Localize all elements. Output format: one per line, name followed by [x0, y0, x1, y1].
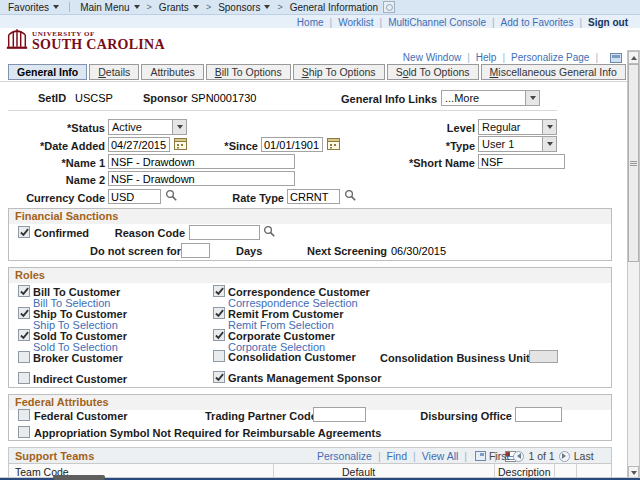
dropdown-arrow-icon: [542, 120, 556, 134]
previous-page-button[interactable]: [513, 451, 524, 462]
rate-type-input[interactable]: [287, 189, 340, 204]
zoom-grid-icon[interactable]: [475, 451, 486, 461]
link-separator: [324, 17, 339, 28]
add-to-favorites-link[interactable]: Add to Favorites: [501, 17, 574, 28]
currency-code-label: Currency Code: [20, 192, 105, 204]
reason-code-label: Reason Code: [110, 227, 185, 239]
breadcrumb-separator: [147, 2, 152, 12]
name1-input[interactable]: [108, 154, 295, 169]
level-label: Level: [410, 122, 475, 134]
tab-sold-to-options[interactable]: Sold To Options: [387, 64, 479, 80]
breadcrumb-current-page: General Information: [290, 2, 378, 13]
chevron-down-icon: [134, 5, 140, 9]
date-added-input[interactable]: [108, 137, 170, 152]
scroll-up-button[interactable]: [628, 51, 639, 64]
date-added-label: *Date Added: [28, 140, 105, 152]
since-calendar-icon[interactable]: [327, 137, 340, 150]
home-link[interactable]: Home: [297, 17, 324, 28]
tab-general-info[interactable]: General Info: [8, 64, 87, 80]
tab-miscellaneous-general-info[interactable]: Miscellaneous General Info: [481, 64, 626, 80]
breadcrumb-main-menu[interactable]: Main Menu: [80, 2, 139, 13]
page-layout-icon[interactable]: [610, 53, 622, 63]
next-screening-label: Next Screening: [307, 245, 387, 257]
header-links: Home Worklist MultiChannel Console Add t…: [297, 17, 628, 28]
broker-customer-checkbox[interactable]: [18, 351, 30, 363]
indirect-customer-checkbox[interactable]: [18, 372, 30, 384]
new-window-link[interactable]: New Window: [403, 52, 461, 63]
federal-customer-checkbox[interactable]: [18, 409, 30, 421]
view-all-link[interactable]: View All: [422, 450, 459, 462]
tab-ship-to-options[interactable]: Ship To Options: [293, 64, 385, 80]
ship-to-customer-checkbox[interactable]: [18, 307, 30, 319]
consolidation-business-unit-input: [529, 350, 558, 363]
consolidation-customer-label: Consolidation Customer: [228, 351, 356, 363]
level-select[interactable]: Regular: [478, 119, 557, 135]
date-added-calendar-icon[interactable]: [174, 137, 187, 150]
horizontal-scrollbar-thumb[interactable]: [53, 475, 105, 480]
short-name-input[interactable]: [478, 154, 565, 169]
next-screening-value: 06/30/2015: [391, 245, 446, 257]
usc-logo: UNIVERSITY OF SOUTH CAROLINA: [5, 26, 165, 51]
multichannel-console-link[interactable]: MultiChannel Console: [388, 17, 486, 28]
sold-to-customer-checkbox[interactable]: [18, 329, 30, 341]
reason-code-lookup-icon[interactable]: [263, 225, 276, 238]
vertical-scrollbar[interactable]: [627, 50, 640, 480]
name1-label: *Name 1: [40, 157, 105, 169]
appropriation-symbol-checkbox[interactable]: [18, 426, 30, 438]
tab-attributes[interactable]: Attributes: [141, 64, 203, 80]
consolidation-customer-checkbox[interactable]: [213, 350, 225, 362]
pagination-last-label: Last: [574, 450, 594, 462]
remit-from-customer-checkbox[interactable]: [213, 307, 225, 319]
currency-code-lookup-icon[interactable]: [165, 189, 178, 202]
support-teams-header-bar: Support Teams Personalize Find View All …: [9, 448, 611, 464]
worklist-link[interactable]: Worklist: [338, 17, 373, 28]
breadcrumb-grants-label: Grants: [159, 2, 189, 13]
help-link[interactable]: Help: [476, 52, 497, 63]
reason-code-input[interactable]: [189, 225, 260, 240]
rate-type-lookup-icon[interactable]: [344, 189, 357, 202]
setid-label: SetID: [38, 92, 66, 104]
breadcrumb-favorites-label: Favorites: [8, 2, 49, 13]
currency-code-input[interactable]: [108, 189, 161, 204]
tab-details[interactable]: Details: [89, 64, 139, 80]
sign-out-link[interactable]: Sign out: [588, 17, 628, 28]
status-select[interactable]: Active: [108, 119, 187, 135]
tab-bill-to-options[interactable]: Bill To Options: [206, 64, 291, 80]
find-link[interactable]: Find: [387, 450, 407, 462]
federal-customer-label: Federal Customer: [34, 410, 128, 422]
breadcrumb-divider: [69, 2, 70, 12]
personalize-link[interactable]: Personalize: [317, 450, 372, 462]
correspondence-customer-checkbox[interactable]: [213, 285, 225, 297]
usc-logo-emblem: [5, 26, 29, 51]
grants-management-sponsor-checkbox[interactable]: [213, 371, 225, 383]
confirmed-label: Confirmed: [34, 227, 89, 239]
next-page-button[interactable]: [559, 451, 570, 462]
vertical-scrollbar-thumb[interactable]: [628, 64, 639, 262]
rate-type-label: Rate Type: [222, 192, 284, 204]
breadcrumb-favorites[interactable]: Favorites: [8, 2, 59, 13]
breadcrumb-search-icon[interactable]: [383, 1, 395, 13]
confirmed-checkbox[interactable]: [18, 226, 30, 238]
since-input[interactable]: [261, 137, 323, 152]
personalize-page-link[interactable]: Personalize Page: [511, 52, 589, 63]
breadcrumb-grants[interactable]: Grants: [159, 2, 199, 13]
row-divider: [8, 110, 557, 111]
general-info-links-value: ...More: [445, 92, 479, 104]
do-not-screen-input[interactable]: [181, 243, 210, 258]
type-select[interactable]: User 1: [478, 136, 557, 152]
grid-pagination: First 1 of 1 Last: [489, 450, 594, 462]
bill-to-customer-checkbox[interactable]: [18, 285, 30, 297]
trading-partner-code-input[interactable]: [313, 407, 366, 422]
name2-input[interactable]: [108, 171, 295, 186]
breadcrumb: Favorites Main Menu Grants Sponsors Gene…: [0, 0, 640, 15]
pagination-count: 1 of 1: [528, 450, 554, 462]
short-name-label: *Short Name: [395, 157, 475, 169]
link-separator: [486, 17, 501, 28]
general-info-links-select[interactable]: ...More: [441, 90, 540, 106]
disbursing-office-input[interactable]: [515, 407, 562, 422]
breadcrumb-sponsors[interactable]: Sponsors: [218, 2, 270, 13]
since-label: *Since: [196, 140, 258, 152]
breadcrumb-sponsors-label: Sponsors: [218, 2, 260, 13]
link-separator: [496, 52, 511, 63]
corporate-customer-checkbox[interactable]: [213, 329, 225, 341]
